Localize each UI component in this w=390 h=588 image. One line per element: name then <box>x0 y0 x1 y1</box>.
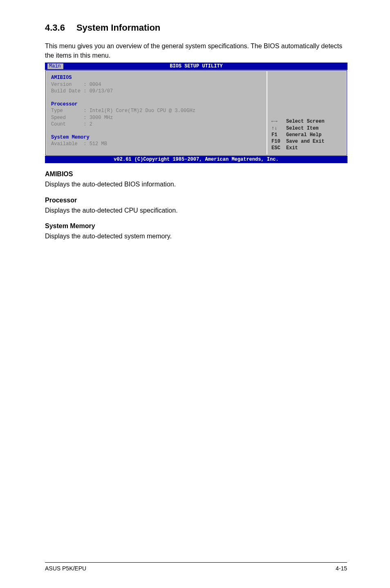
processor-text: Displays the auto-detected CPU specifica… <box>45 206 347 215</box>
footer-right: 4-15 <box>336 565 347 572</box>
intro-text: This menu gives you an overview of the g… <box>45 41 347 60</box>
arrow-up-down-icon <box>271 126 277 131</box>
section-number: 4.3.6 <box>45 22 65 33</box>
processor-heading: Processor <box>45 197 347 204</box>
help-select-screen: Select Screen <box>271 118 342 125</box>
section-heading: 4.3.6System Information <box>45 22 347 33</box>
amibios-build-row: Build Date : 09/13/07 <box>51 88 113 94</box>
bios-right-panel: Select Screen Select Item F1 General Hel… <box>267 71 346 155</box>
amibios-text: Displays the auto-detected BIOS informat… <box>45 180 347 189</box>
bios-left-panel: AMIBIOS Version : 0004 Build Date : 09/1… <box>46 71 267 155</box>
page-footer: ASUS P5K/EPU 4-15 <box>45 562 347 572</box>
amibios-version-row: Version : 0004 <box>51 82 101 88</box>
amibios-label: AMIBIOS <box>51 75 72 81</box>
help-f10: F10 Save and Exit <box>271 138 342 145</box>
processor-type-row: Type : Intel(R) Core(TM)2 Duo CPU @ 3.00… <box>51 108 195 114</box>
amibios-heading: AMIBIOS <box>45 171 347 178</box>
bios-title-bar: BIOS SETUP UTILITY Main <box>45 63 347 70</box>
memory-text: Displays the auto-detected system memory… <box>45 231 347 241</box>
processor-speed-row: Speed : 3000 MHz <box>51 115 113 121</box>
arrow-left-right-icon <box>271 119 277 124</box>
help-select-item: Select Item <box>271 125 342 132</box>
footer-left: ASUS P5K/EPU <box>45 565 86 572</box>
memory-heading: System Memory <box>45 222 347 230</box>
help-f1: F1 General Help <box>271 132 342 138</box>
section-title: System Information <box>76 22 160 33</box>
memory-available-row: Available : 512 MB <box>51 141 107 147</box>
bios-tab-main: Main <box>47 63 63 69</box>
bios-title: BIOS SETUP UTILITY <box>170 63 223 69</box>
bios-screenshot: BIOS SETUP UTILITY Main AMIBIOS Version … <box>45 63 347 163</box>
help-esc: ESC Exit <box>271 145 342 151</box>
processor-label: Processor <box>51 101 78 107</box>
processor-count-row: Count : 2 <box>51 121 92 127</box>
bios-footer: v02.61 (C)Copyright 1985-2007, American … <box>45 156 347 163</box>
memory-label: System Memory <box>51 135 90 140</box>
